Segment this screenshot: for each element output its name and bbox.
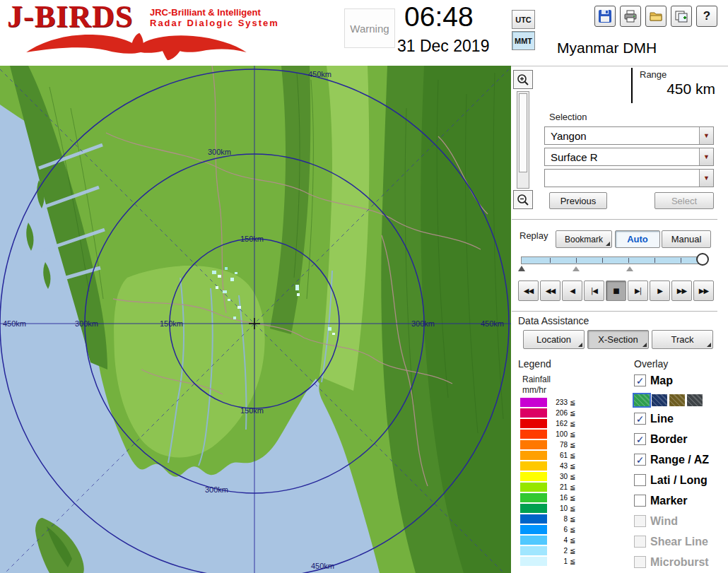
line-checkbox[interactable] (634, 413, 646, 425)
open-file-button[interactable] (645, 6, 667, 27)
map-color-swatch-olive[interactable] (669, 394, 685, 406)
select-button[interactable]: Select (654, 192, 714, 209)
legend-row: 8≦ (520, 514, 575, 524)
lati-long-checkbox[interactable] (634, 474, 646, 486)
warning-indicator: Warning (344, 8, 395, 48)
legend-value: 78 (551, 441, 568, 449)
legend-row: 43≦ (520, 461, 575, 471)
mmt-toggle-button[interactable]: MMT (512, 31, 535, 50)
legend-lte-symbol: ≦ (570, 557, 575, 565)
save-button[interactable] (594, 6, 616, 27)
overlay-item-map[interactable]: Map (634, 374, 673, 387)
track-button[interactable]: Track (652, 330, 713, 349)
manual-mode-button[interactable]: Manual (662, 230, 711, 248)
timeline-handle[interactable] (696, 253, 709, 266)
fast-rewind-button[interactable]: ◀◀ (540, 280, 560, 301)
map-color-swatch-gray[interactable] (687, 394, 703, 406)
overlay-item-marker[interactable]: Marker (634, 494, 687, 507)
open-folder-icon (649, 9, 663, 23)
product-dropdown[interactable]: Surface R ▼ (544, 148, 714, 166)
legend-lte-symbol: ≦ (570, 473, 575, 480)
legend-lte-symbol: ≦ (570, 483, 575, 491)
legend-value: 8 (551, 515, 568, 523)
bookmark-button[interactable]: Bookmark (556, 230, 612, 248)
legend-row: 100≦ (520, 429, 575, 439)
legend-lte-symbol: ≦ (570, 494, 575, 502)
legend-lte-symbol: ≦ (570, 409, 575, 417)
zoom-in-icon (516, 73, 530, 87)
overlay-item-label: Range / AZ (650, 454, 709, 466)
replay-timeline-slider[interactable] (521, 256, 706, 264)
ring-label: 450km (481, 319, 504, 328)
legend-lte-symbol: ≦ (570, 420, 575, 427)
microburst-checkbox (634, 556, 646, 568)
legend-row: 16≦ (520, 492, 575, 503)
map-color-swatch-green[interactable] (634, 394, 650, 406)
auto-mode-button[interactable]: Auto (615, 230, 660, 248)
step-back-button[interactable]: |◀ (584, 280, 604, 301)
clock-date: 31 Dec 2019 (397, 37, 489, 56)
legend-value: 61 (551, 451, 568, 459)
legend-lte-symbol: ≦ (570, 515, 575, 523)
fast-forward-button[interactable]: ▶▶ (671, 280, 692, 301)
track-button-label: Track (671, 334, 693, 345)
overlay-item-border[interactable]: Border (634, 432, 687, 446)
zoom-out-button[interactable] (513, 190, 533, 209)
location-button[interactable]: Location (523, 330, 585, 349)
eagle-logo-icon (6, 31, 267, 62)
app-logo-title: J-BIRDS (7, 0, 133, 35)
dropdown-arrow-icon[interactable]: ▼ (699, 127, 713, 144)
legend-value: 10 (551, 504, 568, 512)
legend-unit-line1: Rainfall (522, 374, 551, 384)
legend-value: 2 (551, 547, 568, 555)
overlay-item-label: Shear Line (650, 536, 708, 548)
utc-toggle-button[interactable]: UTC (512, 10, 535, 29)
help-button[interactable]: ? (696, 6, 717, 27)
range-value: 450 km (631, 81, 715, 98)
legend-lte-symbol: ≦ (570, 462, 575, 470)
legend-color-swatch (520, 472, 547, 481)
overlay-item-range-az[interactable]: Range / AZ (634, 453, 709, 466)
ring-label: 300km (411, 319, 435, 328)
dropdown-arrow-icon[interactable]: ▼ (699, 170, 713, 187)
zoom-slider-thumb[interactable] (519, 93, 527, 172)
previous-button[interactable]: Previous (549, 192, 607, 209)
zoom-in-button[interactable] (513, 70, 533, 89)
legend-lte-symbol: ≦ (570, 451, 575, 459)
option-dropdown[interactable]: ▼ (544, 169, 714, 187)
skip-to-end-button[interactable]: ▶▶ (693, 280, 714, 301)
range-az-checkbox[interactable] (634, 454, 646, 466)
overlay-item-label: Microburst (650, 556, 709, 569)
location-button-label: Location (536, 334, 571, 345)
border-checkbox[interactable] (634, 433, 646, 445)
overlay-item-shear-line: Shear Line (634, 535, 708, 548)
overlay-item-lati-long[interactable]: Lati / Long (634, 473, 708, 487)
export-image-button[interactable] (671, 6, 692, 27)
radar-map[interactable]: 450km 300km 150km 450km 300km 150km 300k… (0, 66, 511, 573)
stop-button[interactable]: ■ (606, 280, 626, 301)
legend-value: 30 (551, 473, 568, 480)
play-reverse-button[interactable]: ◀ (562, 280, 582, 301)
xsection-button-label: X-Section (598, 334, 638, 345)
replay-label: Replay (519, 230, 548, 241)
map-color-swatch-navy[interactable] (652, 394, 667, 406)
dropdown-arrow-icon[interactable]: ▼ (699, 148, 713, 165)
radar-map-canvas: 450km 300km 150km 450km 300km 150km 300k… (0, 66, 511, 573)
legend-row: 233≦ (520, 397, 575, 408)
play-button[interactable]: ▶ (650, 280, 670, 301)
map-checkbox[interactable] (634, 374, 646, 386)
marker-checkbox[interactable] (634, 495, 646, 507)
timeline-tick (576, 258, 577, 263)
step-forward-button[interactable]: ▶| (628, 280, 648, 301)
legend-row: 21≦ (520, 482, 575, 492)
ring-label: 450km (311, 562, 334, 570)
legend-color-swatch (520, 536, 547, 545)
xsection-button[interactable]: X-Section (587, 330, 649, 349)
save-icon (598, 9, 612, 23)
skip-to-start-button[interactable]: ◀◀ (518, 280, 539, 301)
print-button[interactable] (620, 6, 641, 27)
overlay-item-line[interactable]: Line (634, 412, 674, 425)
zoom-slider[interactable] (517, 91, 529, 189)
timeline-marker-icon (626, 266, 633, 271)
site-dropdown[interactable]: Yangon ▼ (544, 126, 714, 145)
